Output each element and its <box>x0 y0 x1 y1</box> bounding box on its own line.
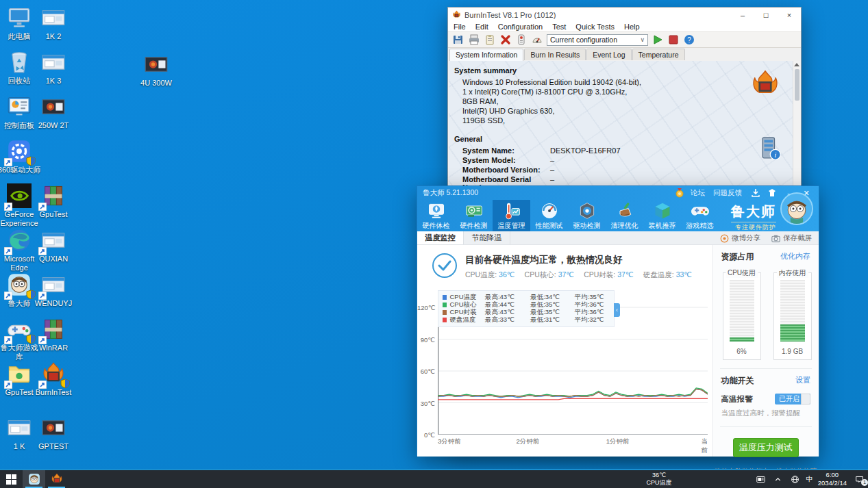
desktop-icon-label: WENDUYJ <box>32 299 75 308</box>
taskbar: 36℃ CPU温度 中 6:00 2034/2/14 1 <box>0 469 868 488</box>
tab[interactable]: Temperature <box>632 49 685 60</box>
nav-item[interactable]: 驱动检测 <box>568 200 606 231</box>
status-metric: CPU核心:37℃ <box>525 270 575 280</box>
settings-link[interactable]: 设置 <box>795 375 810 387</box>
desktop-icon[interactable]: GpuTest <box>32 183 75 219</box>
high-temp-alarm-toggle[interactable]: 已开启 <box>775 394 810 404</box>
menu-item[interactable]: Quick Tests <box>575 23 615 31</box>
stop-tests-icon[interactable] <box>667 34 680 46</box>
gauge-icon[interactable] <box>531 34 543 46</box>
nav-item[interactable]: 温度管理 <box>493 200 530 231</box>
tab[interactable]: Event Log <box>586 49 631 60</box>
desktop-icon[interactable]: 4U 300W <box>134 52 178 88</box>
uac-shield-icon <box>26 156 36 166</box>
usage-gauge: CPU使用 6% <box>723 272 761 360</box>
tray-app-icon[interactable] <box>755 473 767 485</box>
tab[interactable]: System Information <box>449 49 523 61</box>
action-center-icon[interactable]: 1 <box>852 473 867 485</box>
desktop-icon[interactable]: WinRAR <box>32 317 75 352</box>
header-action[interactable]: 保存截屏 <box>771 233 812 243</box>
metric-label: CPU封装: <box>584 270 615 279</box>
nav-item-label: 硬件检测 <box>456 221 491 230</box>
menu-item[interactable]: File <box>454 23 466 31</box>
medal-icon[interactable] <box>674 188 685 198</box>
tray-chevron-up-icon[interactable] <box>772 473 784 485</box>
desktop-icon[interactable]: WENDUYJ <box>32 272 75 308</box>
metric-label: CPU温度: <box>465 270 497 279</box>
system-summary-line: 1 x Intel(R) Core(TM) i3-8100T CPU @ 3.1… <box>449 87 793 97</box>
desktop-icon[interactable]: BurnInTest <box>32 361 75 397</box>
forum-link[interactable]: 论坛 <box>691 188 705 198</box>
nav-item-label: 装机推荐 <box>644 221 680 230</box>
desktop-icon[interactable]: GPTEST <box>32 415 75 451</box>
desktop-icon[interactable]: QUXIAN <box>32 228 75 264</box>
tab[interactable]: 温度监控 <box>417 231 464 244</box>
desktop-icon-art <box>40 50 67 75</box>
burnintest-titlebar: BurnInTest V8.1 Pro (1012) – □ × <box>448 8 801 22</box>
shortcut-arrow-icon <box>38 246 47 254</box>
temperature-stress-test-button[interactable]: 温度压力测试 <box>733 438 799 457</box>
desktop-icon-label: 1K 3 <box>32 77 75 86</box>
desktop-icon-art <box>5 361 33 386</box>
desktop-icon-label: BurnInTest <box>32 388 75 397</box>
shortcut-arrow-icon <box>38 379 47 387</box>
nav-item[interactable]: 游戏精选 <box>681 200 719 231</box>
desktop-icon-label: GpuTest <box>32 210 75 219</box>
nav-item-icon <box>540 214 559 222</box>
start-button[interactable] <box>0 470 23 488</box>
taskbar-app-button[interactable] <box>45 470 68 488</box>
menu-item[interactable]: Help <box>624 23 640 31</box>
legend-collapse-handle[interactable]: ‹ <box>614 303 620 317</box>
network-globe-icon[interactable] <box>789 473 802 485</box>
ime-indicator[interactable]: 中 <box>806 474 813 484</box>
help-icon[interactable]: ? <box>683 34 695 46</box>
scrollbar-up-arrow[interactable] <box>794 63 799 66</box>
gauge-value: 6% <box>723 348 760 355</box>
menu-item[interactable]: Configuration <box>498 23 543 31</box>
status-metric: 硬盘温度:33℃ <box>643 270 692 280</box>
nav-item[interactable]: 硬件检测 <box>455 200 493 231</box>
general-row: System Model: – <box>449 155 793 165</box>
start-tests-icon[interactable] <box>652 34 664 46</box>
save-icon[interactable] <box>452 34 464 46</box>
avatar[interactable] <box>780 192 813 225</box>
nav-item[interactable]: 清理优化 <box>606 200 643 231</box>
ludashi-titlebar: 鲁大师 5.21.1300 论坛 问题反馈 — ✕ <box>417 186 819 200</box>
download-icon[interactable] <box>750 188 761 198</box>
gauge-fill <box>730 337 754 342</box>
shortcut-arrow-icon <box>38 290 47 298</box>
delete-icon[interactable] <box>499 34 512 46</box>
print-icon[interactable] <box>468 34 480 46</box>
menu-item[interactable]: Edit <box>475 23 488 31</box>
desktop-icon[interactable]: 1K 2 <box>32 5 75 41</box>
shortcut-arrow-icon <box>4 246 12 254</box>
alarm-description: 当温度过高时，报警提醒 <box>713 404 819 418</box>
desktop-icon[interactable]: 1K 3 <box>32 50 75 86</box>
nav-item-label: 性能测试 <box>531 221 567 230</box>
skin-menu-icon[interactable] <box>767 188 778 198</box>
maximize-button[interactable]: □ <box>754 8 778 22</box>
configuration-select[interactable]: Current configuration ∨ <box>547 34 648 46</box>
report-icon[interactable] <box>484 34 496 46</box>
system-summary-line: 119GB SSD, <box>449 116 793 125</box>
taskbar-app-button[interactable] <box>23 470 45 488</box>
tab[interactable]: Burn In Results <box>524 49 586 60</box>
desktop-icon[interactable]: 360驱动大师 <box>0 139 41 175</box>
notification-badge: 1 <box>861 479 868 486</box>
scrollbar-thumb[interactable] <box>795 69 799 101</box>
certificate-icon[interactable] <box>515 34 528 46</box>
clock[interactable]: 6:00 2034/2/14 <box>818 471 847 487</box>
optimize-memory-link[interactable]: 优化内存 <box>780 251 810 263</box>
menu-item[interactable]: Test <box>552 23 566 31</box>
desktop-icon[interactable]: 250W 2T <box>32 94 75 130</box>
minimize-button[interactable]: – <box>731 8 754 22</box>
nav-item[interactable]: 装机推荐 <box>643 200 681 231</box>
tray-cpu-temp-widget[interactable]: 36℃ CPU温度 <box>641 470 677 488</box>
nav-item[interactable]: 性能测试 <box>530 200 568 231</box>
window-title: 鲁大师 5.21.1300 <box>423 188 674 198</box>
header-action[interactable]: 微博分享 <box>720 233 760 243</box>
feedback-link[interactable]: 问题反馈 <box>713 188 742 198</box>
nav-item[interactable]: 硬件体检 <box>417 200 455 231</box>
tab[interactable]: 节能降温 <box>464 231 510 244</box>
close-button[interactable]: × <box>778 8 801 22</box>
